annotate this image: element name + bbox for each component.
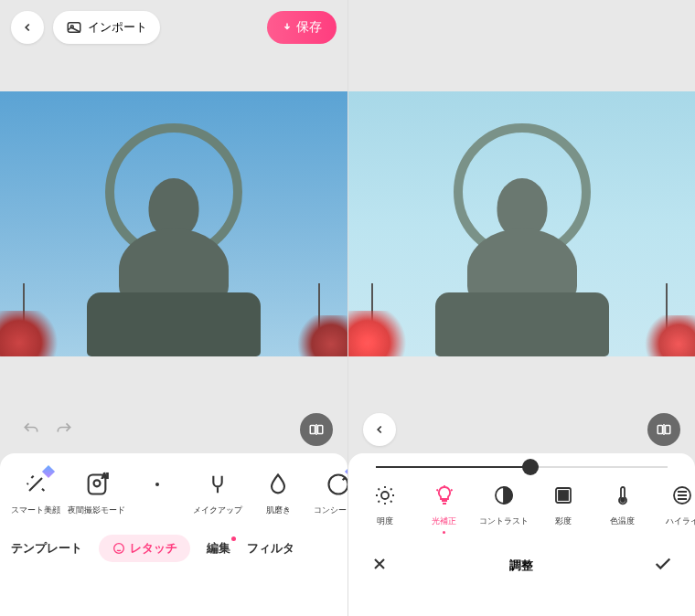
svg-point-10 [114,544,124,554]
history-bar [0,407,348,452]
adjustments-row: 明度 光補正 コントラスト 彩度 色温度 ハイライ [348,472,695,545]
top-bar: インポート 保存 [0,0,348,55]
photo-preview[interactable] [0,91,348,356]
confirm-button[interactable] [653,554,673,578]
undo-button[interactable] [15,413,48,446]
adj-light-correct[interactable]: 光補正 [415,483,473,534]
tab-template[interactable]: テンプレート [11,540,82,557]
tab-filter[interactable]: フィルタ [247,540,294,557]
svg-rect-11 [658,426,662,434]
svg-rect-3 [318,426,323,434]
panel-title: 調整 [389,558,653,574]
compare-button[interactable] [300,413,333,446]
compare-button-right[interactable] [647,413,680,446]
import-label: インポート [88,19,147,36]
slider-thumb[interactable] [522,459,539,475]
adj-brightness[interactable]: 明度 [356,483,413,534]
tool-concealer[interactable]: コンシーラー [310,470,348,516]
svg-rect-2 [310,426,315,434]
svg-rect-17 [559,491,568,500]
tool-skin[interactable]: 肌磨き [250,470,306,516]
redo-button[interactable] [48,413,80,446]
tool-makeup[interactable]: メイクアップ [189,470,246,516]
adj-saturation[interactable]: 彩度 [534,483,592,534]
svg-text:AI: AI [102,473,108,479]
svg-point-6 [93,480,100,486]
bottom-panel: スマート美顔 AI 夜間撮影モード メイクアップ 肌磨き コンシーラー テ [0,453,348,616]
download-icon [282,22,293,33]
svg-point-8 [329,475,348,494]
svg-point-18 [621,498,625,502]
confirm-bar: 調整 [348,545,695,594]
tools-row: スマート美顔 AI 夜間撮影モード メイクアップ 肌磨き コンシーラー テ [0,453,348,527]
adj-temperature[interactable]: 色温度 [593,483,651,534]
tool-smart-beauty[interactable]: スマート美顔 [7,470,64,516]
back-button[interactable] [11,11,44,44]
save-label: 保存 [296,19,322,36]
svg-point-14 [381,492,389,499]
tabs-row: テンプレート レタッチ 編集 フィルタ [0,527,348,577]
history-bar-right [348,407,695,452]
slider[interactable] [348,453,695,472]
cancel-button[interactable] [370,555,389,577]
import-button[interactable]: インポート [53,11,160,44]
tool-night-mode[interactable]: AI 夜間撮影モード [68,470,125,516]
left-panel: インポート 保存 スマート美顔 AI 夜間撮影モード [0,0,348,616]
save-button[interactable]: 保存 [267,11,337,44]
adj-highlight[interactable]: ハイライ [653,483,695,534]
import-icon [66,19,82,36]
svg-rect-12 [666,426,670,434]
tab-retouch[interactable]: レタッチ [99,535,190,562]
photo-preview-adjusted[interactable] [348,91,695,356]
tab-edit[interactable]: 編集 [207,540,230,557]
adjust-panel: 明度 光補正 コントラスト 彩度 色温度 ハイライ [348,453,695,616]
tool-separator [129,470,186,516]
adj-contrast[interactable]: コントラスト [475,483,532,534]
collapse-button[interactable] [363,413,396,446]
right-panel: 明度 光補正 コントラスト 彩度 色温度 ハイライ [348,0,695,616]
face-icon [112,541,126,556]
